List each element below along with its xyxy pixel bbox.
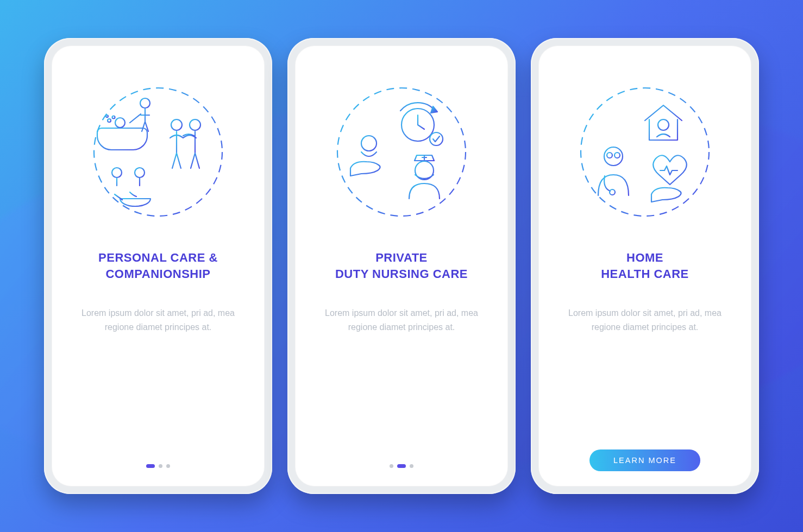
- screen-description: Lorem ipsum dolor sit amet, pri ad, mea …: [317, 306, 486, 334]
- svg-point-1: [115, 118, 125, 128]
- svg-point-8: [112, 168, 122, 178]
- onboarding-screen-1: PERSONAL CARE & COMPANIONSHIP Lorem ipsu…: [52, 46, 265, 486]
- dot-3: [166, 464, 170, 468]
- phone-frame-3: HOME HEALTH CARE Lorem ipsum dolor sit a…: [531, 38, 759, 494]
- svg-point-20: [610, 189, 615, 195]
- svg-point-18: [607, 153, 612, 158]
- svg-point-3: [112, 116, 115, 119]
- dot-2: [159, 464, 162, 468]
- svg-point-7: [190, 119, 200, 130]
- learn-more-button[interactable]: LEARN MORE: [589, 449, 700, 471]
- page-indicator: [390, 464, 413, 468]
- screen-title: HOME HEALTH CARE: [601, 250, 689, 282]
- screen-title: PRIVATE DUTY NURSING CARE: [335, 250, 468, 282]
- screen-description: Lorem ipsum dolor sit amet, pri ad, mea …: [561, 306, 729, 334]
- page-indicator: [146, 464, 170, 468]
- onboarding-screen-2: PRIVATE DUTY NURSING CARE Lorem ipsum do…: [295, 46, 508, 486]
- phone-frame-2: PRIVATE DUTY NURSING CARE Lorem ipsum do…: [287, 38, 516, 494]
- dot-3: [410, 464, 413, 468]
- svg-point-15: [581, 88, 709, 216]
- svg-point-4: [106, 115, 108, 117]
- svg-point-10: [337, 88, 466, 216]
- svg-point-2: [108, 119, 111, 122]
- svg-point-0: [94, 88, 222, 216]
- dot-2: [397, 464, 406, 468]
- svg-point-16: [658, 119, 669, 130]
- svg-point-6: [171, 119, 182, 130]
- screen-description: Lorem ipsum dolor sit amet, pri ad, mea …: [74, 306, 242, 334]
- svg-point-9: [135, 168, 145, 178]
- nursing-care-icon: [325, 76, 478, 228]
- onboarding-screen-3: HOME HEALTH CARE Lorem ipsum dolor sit a…: [538, 46, 751, 486]
- svg-point-19: [614, 153, 620, 158]
- svg-point-5: [140, 98, 150, 108]
- dot-1: [146, 464, 155, 468]
- phone-frame-1: PERSONAL CARE & COMPANIONSHIP Lorem ipsu…: [44, 38, 272, 494]
- home-health-icon: [569, 76, 721, 228]
- svg-point-12: [430, 132, 443, 145]
- dot-1: [390, 464, 393, 468]
- screen-title: PERSONAL CARE & COMPANIONSHIP: [98, 250, 218, 282]
- svg-point-13: [361, 136, 377, 151]
- personal-care-icon: [82, 76, 234, 228]
